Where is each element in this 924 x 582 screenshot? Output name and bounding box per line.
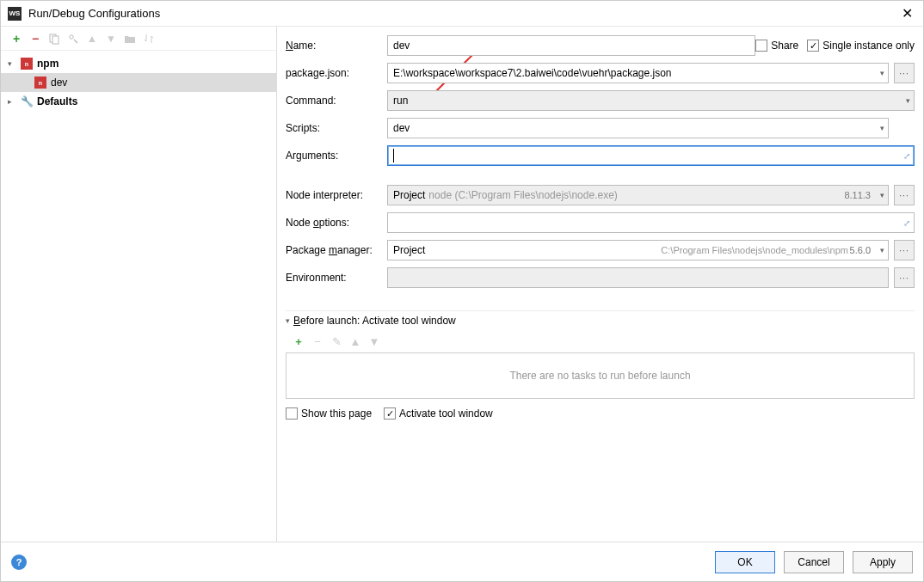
chevron-down-icon: ▾: [880, 124, 884, 132]
package-json-label: package.json:: [286, 67, 387, 79]
chevron-down-icon: ▾: [880, 246, 884, 254]
apply-button[interactable]: Apply: [853, 551, 913, 573]
svg-point-2: [70, 34, 73, 38]
browse-package-json-button[interactable]: ···: [894, 63, 915, 83]
checkbox-icon: [755, 40, 767, 52]
arguments-input[interactable]: ⤢: [387, 145, 915, 166]
settings-icon[interactable]: [65, 30, 82, 47]
package-manager-version: 5.6.0: [850, 245, 871, 255]
tree-node-npm[interactable]: ▾ n npm: [1, 54, 276, 73]
remove-config-button[interactable]: −: [27, 30, 44, 47]
caret-right-icon: ▸: [8, 97, 16, 106]
package-manager-select[interactable]: Project C:\Program Files\nodejs\node_mod…: [387, 240, 889, 260]
tree-label-dev: dev: [51, 77, 67, 89]
tree-label-defaults: Defaults: [37, 95, 77, 107]
package-manager-label: Package manager:: [286, 244, 387, 256]
single-instance-checkbox[interactable]: ✓ Single instance only: [807, 40, 915, 52]
svg-rect-1: [52, 36, 59, 44]
titlebar: WS Run/Debug Configurations ✕: [1, 1, 923, 27]
folder-button[interactable]: [121, 30, 139, 47]
browse-environment-button[interactable]: ···: [894, 267, 915, 288]
move-up-button[interactable]: ▲: [83, 30, 101, 47]
left-panel: + − ▲ ▼ ▾ n: [1, 27, 277, 542]
before-launch-title: Before launch: Activate tool window: [293, 315, 456, 327]
node-interpreter-label: Node interpreter:: [286, 189, 387, 201]
app-badge: WS: [8, 7, 22, 21]
sort-button[interactable]: [140, 30, 157, 47]
tasks-empty-text: There are no tasks to run before launch: [509, 370, 690, 382]
chevron-down-icon: ▾: [880, 69, 884, 77]
dialog-footer: ? OK Cancel Apply: [1, 542, 923, 581]
node-interpreter-select[interactable]: Project node (C:\Program Files\nodejs\no…: [387, 185, 889, 205]
before-launch-header[interactable]: ▾ Before launch: Activate tool window: [286, 310, 915, 332]
activate-tool-window-checkbox[interactable]: ✓ Activate tool window: [384, 407, 493, 420]
checkbox-icon: ✓: [384, 407, 396, 420]
environment-label: Environment:: [286, 272, 387, 284]
caret-down-icon: ▾: [8, 59, 16, 68]
close-button[interactable]: ✕: [898, 5, 916, 21]
ok-button[interactable]: OK: [715, 551, 775, 573]
package-manager-prefix: Project: [393, 244, 425, 256]
tree-node-dev[interactable]: n dev: [1, 73, 276, 92]
package-json-value: E:\workspace\workspace7\2.baiwei\code\vu…: [393, 67, 672, 79]
window-title: Run/Debug Configurations: [28, 7, 898, 20]
browse-interpreter-button[interactable]: ···: [894, 185, 915, 205]
environment-input[interactable]: [387, 267, 889, 288]
node-options-label: Node options:: [286, 217, 387, 229]
node-options-input[interactable]: ⤢: [387, 212, 915, 233]
move-task-up-button[interactable]: ▲: [348, 334, 363, 349]
package-manager-path: C:\Program Files\nodejs\node_modules\npm: [661, 245, 848, 255]
show-this-page-label: Show this page: [301, 407, 372, 420]
browse-package-manager-button[interactable]: ···: [894, 240, 915, 260]
npm-icon: n: [34, 77, 46, 89]
add-task-button[interactable]: +: [291, 334, 306, 349]
npm-icon: n: [21, 58, 33, 70]
command-label: Command:: [286, 95, 387, 107]
share-checkbox[interactable]: Share: [755, 40, 798, 52]
config-tree[interactable]: ▾ n npm n dev ▸ 🔧 Defaults: [1, 51, 276, 542]
single-instance-label: Single instance only: [822, 40, 915, 52]
expand-icon[interactable]: ⤢: [903, 218, 910, 228]
caret-down-icon: ▾: [286, 316, 290, 325]
cancel-button[interactable]: Cancel: [784, 551, 844, 573]
share-label: Share: [771, 40, 798, 52]
scripts-label: Scripts:: [286, 122, 387, 134]
checkbox-icon: [286, 407, 298, 420]
checkbox-icon: ✓: [807, 40, 819, 52]
chevron-down-icon: ▾: [906, 96, 910, 105]
package-json-select[interactable]: E:\workspace\workspace7\2.baiwei\code\vu…: [387, 63, 889, 83]
scripts-select[interactable]: dev ▾: [387, 118, 889, 138]
tree-label-npm: npm: [37, 58, 59, 70]
node-interpreter-version: 8.11.3: [844, 190, 871, 200]
show-this-page-checkbox[interactable]: Show this page: [286, 407, 372, 420]
node-interpreter-prefix: Project: [393, 189, 425, 201]
command-select[interactable]: run ▾: [387, 90, 915, 111]
before-launch-toolbar: + − ✎ ▲ ▼: [286, 332, 915, 352]
name-input[interactable]: [387, 35, 755, 56]
remove-task-button[interactable]: −: [310, 334, 325, 349]
command-value: run: [393, 95, 408, 107]
arguments-label: Arguments:: [286, 150, 387, 162]
activate-tool-window-label: Activate tool window: [399, 407, 493, 420]
expand-icon[interactable]: ⤢: [903, 151, 910, 161]
copy-config-button[interactable]: [46, 30, 63, 47]
chevron-down-icon: ▾: [880, 191, 884, 199]
left-toolbar: + − ▲ ▼: [1, 27, 276, 51]
tree-node-defaults[interactable]: ▸ 🔧 Defaults: [1, 92, 276, 111]
move-task-down-button[interactable]: ▼: [367, 334, 382, 349]
edit-task-button[interactable]: ✎: [329, 334, 344, 349]
scripts-value: dev: [393, 122, 410, 134]
help-button[interactable]: ?: [11, 554, 27, 570]
name-label: Name:: [286, 40, 387, 52]
move-down-button[interactable]: ▼: [102, 30, 120, 47]
tasks-list[interactable]: There are no tasks to run before launch: [286, 352, 915, 399]
wrench-icon: 🔧: [21, 95, 33, 107]
right-panel: Name: Share ✓ Single instance only: [277, 27, 923, 542]
node-interpreter-path: node (C:\Program Files\nodejs\node.exe): [428, 189, 617, 201]
add-config-button[interactable]: +: [8, 30, 25, 47]
